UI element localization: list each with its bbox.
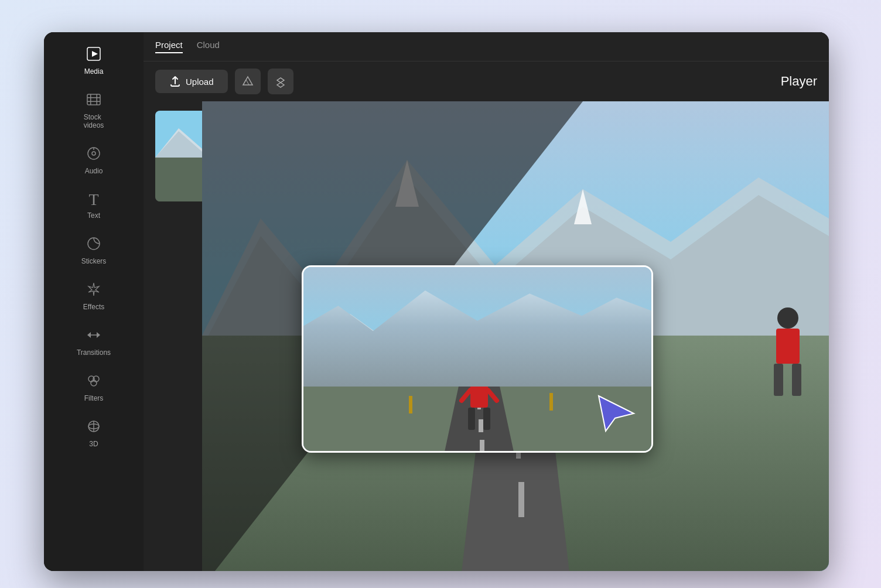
svg-rect-66 <box>549 393 553 411</box>
svg-rect-44 <box>776 329 800 364</box>
dropbox-button[interactable] <box>268 69 293 94</box>
sidebar-item-audio[interactable]: Audio <box>44 138 144 183</box>
cursor-arrow <box>593 390 640 439</box>
tabs-bar: Project Cloud <box>144 32 829 61</box>
transitions-icon <box>86 327 101 345</box>
gdrive-icon <box>241 75 254 88</box>
stock-videos-icon <box>86 92 101 110</box>
svg-point-8 <box>92 152 95 155</box>
upload-icon <box>169 76 181 87</box>
sidebar-item-stock-videos-label: Stockvideos <box>84 113 104 129</box>
app-window: Media Stockvideos <box>44 32 829 571</box>
media-area <box>144 101 829 571</box>
app-body: Media Stockvideos <box>44 32 829 571</box>
sidebar-item-audio-label: Audio <box>85 167 103 175</box>
upload-label: Upload <box>186 77 214 87</box>
floating-preview-card <box>302 265 653 453</box>
stickers-icon <box>86 236 101 254</box>
svg-rect-45 <box>774 364 783 396</box>
toolbar: Upload Player <box>144 61 829 101</box>
main-content: Project Cloud Upload <box>144 32 829 571</box>
dropbox-icon <box>274 75 287 88</box>
sidebar-item-3d[interactable]: 3D <box>44 411 144 456</box>
sidebar-item-filters-label: Filters <box>84 394 104 402</box>
svg-rect-4 <box>97 94 98 105</box>
tab-project[interactable]: Project <box>155 40 183 53</box>
sidebar-item-transitions[interactable]: Transitions <box>44 319 144 365</box>
svg-marker-51 <box>421 296 444 331</box>
sidebar-item-stickers-label: Stickers <box>81 257 107 265</box>
svg-rect-65 <box>409 396 412 413</box>
svg-marker-67 <box>599 396 634 431</box>
sidebar-item-effects[interactable]: Effects <box>44 274 144 319</box>
svg-point-59 <box>473 371 485 383</box>
sidebar-item-transitions-label: Transitions <box>77 348 111 357</box>
text-icon: T <box>88 192 98 208</box>
tab-cloud[interactable]: Cloud <box>197 40 220 53</box>
svg-rect-6 <box>87 101 100 102</box>
sidebar-item-text[interactable]: T Text <box>44 183 144 228</box>
sidebar-item-effects-label: Effects <box>83 303 104 311</box>
sidebar-item-3d-label: 3D <box>89 440 98 448</box>
3d-icon <box>86 419 101 436</box>
sidebar-item-stickers[interactable]: Stickers <box>44 228 144 274</box>
svg-rect-3 <box>90 94 91 105</box>
svg-marker-54 <box>444 372 514 453</box>
sidebar-item-media-label: Media <box>84 67 104 76</box>
sidebar-item-media[interactable]: Media <box>44 38 144 84</box>
svg-rect-5 <box>87 97 100 98</box>
svg-rect-61 <box>468 408 475 430</box>
sidebar-item-stock-videos[interactable]: Stockvideos <box>44 84 144 138</box>
svg-marker-52 <box>517 305 535 334</box>
player-label: Player <box>781 74 817 89</box>
sidebar-item-text-label: Text <box>87 211 100 220</box>
sidebar: Media Stockvideos <box>44 32 144 571</box>
svg-rect-2 <box>87 94 100 105</box>
cursor-svg <box>593 390 640 437</box>
svg-rect-57 <box>479 419 483 432</box>
svg-rect-60 <box>470 383 488 408</box>
effects-icon <box>86 282 101 299</box>
svg-rect-62 <box>483 408 490 430</box>
filters-icon <box>86 373 101 391</box>
svg-point-43 <box>777 307 798 329</box>
sidebar-item-filters[interactable]: Filters <box>44 365 144 411</box>
upload-button[interactable]: Upload <box>155 70 228 93</box>
svg-rect-46 <box>792 364 801 396</box>
svg-rect-42 <box>518 482 524 517</box>
media-icon <box>86 46 101 64</box>
gdrive-button[interactable] <box>235 69 261 94</box>
svg-rect-58 <box>480 440 484 453</box>
svg-marker-1 <box>92 51 98 57</box>
audio-icon <box>86 146 101 163</box>
